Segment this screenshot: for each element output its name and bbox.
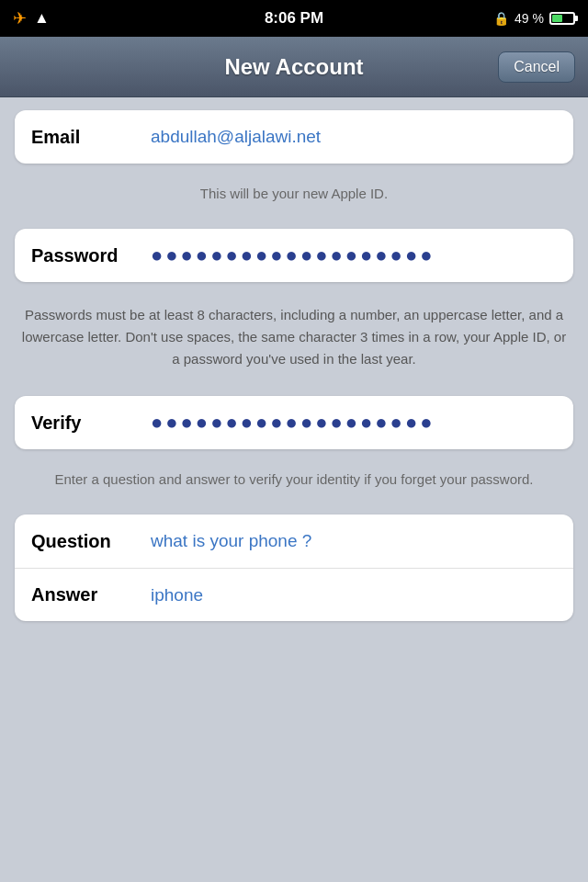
- password-row[interactable]: Password ●●●●●●●●●●●●●●●●●●●: [15, 229, 573, 282]
- email-form-group: Email abdullah@aljalawi.net: [15, 110, 573, 164]
- status-left: ✈ ▲: [13, 8, 50, 28]
- password-dots: ●●●●●●●●●●●●●●●●●●●: [151, 243, 557, 267]
- verify-row[interactable]: Verify ●●●●●●●●●●●●●●●●●●●: [15, 396, 573, 449]
- lock-icon: 🔒: [493, 11, 509, 26]
- status-time: 8:06 PM: [265, 9, 323, 28]
- password-helper: Passwords must be at least 8 characters,…: [0, 295, 588, 383]
- verify-label: Verify: [31, 413, 151, 434]
- status-right: 🔒 49 %: [493, 11, 575, 26]
- battery-icon: [549, 12, 575, 25]
- question-label: Question: [31, 531, 151, 552]
- verify-dots: ●●●●●●●●●●●●●●●●●●●: [151, 411, 557, 435]
- question-value: what is your phone ?: [151, 531, 557, 551]
- question-row[interactable]: Question what is your phone ?: [15, 514, 573, 568]
- answer-value: iphone: [151, 585, 557, 605]
- password-form-group: Password ●●●●●●●●●●●●●●●●●●●: [15, 229, 573, 282]
- email-helper: This will be your new Apple ID.: [0, 176, 588, 216]
- password-label: Password: [31, 245, 151, 266]
- nav-bar: New Account Cancel: [0, 37, 588, 97]
- email-label: Email: [31, 127, 151, 148]
- battery-percent: 49 %: [514, 11, 544, 26]
- page-title: New Account: [224, 54, 363, 80]
- verify-form-group: Verify ●●●●●●●●●●●●●●●●●●●: [15, 396, 573, 449]
- status-bar: ✈ ▲ 8:06 PM 🔒 49 %: [0, 0, 588, 37]
- cancel-button[interactable]: Cancel: [498, 51, 575, 83]
- verify-helper: Enter a question and answer to verify yo…: [0, 462, 588, 502]
- wifi-icon: ▲: [34, 9, 50, 28]
- airplane-icon: ✈: [13, 8, 27, 28]
- answer-row[interactable]: Answer iphone: [15, 568, 573, 621]
- battery-fill: [552, 15, 562, 22]
- main-content: Email abdullah@aljalawi.net This will be…: [0, 110, 588, 621]
- security-form-group: Question what is your phone ? Answer iph…: [15, 514, 573, 621]
- email-row[interactable]: Email abdullah@aljalawi.net: [15, 110, 573, 164]
- answer-label: Answer: [31, 584, 151, 605]
- email-value: abdullah@aljalawi.net: [151, 127, 557, 147]
